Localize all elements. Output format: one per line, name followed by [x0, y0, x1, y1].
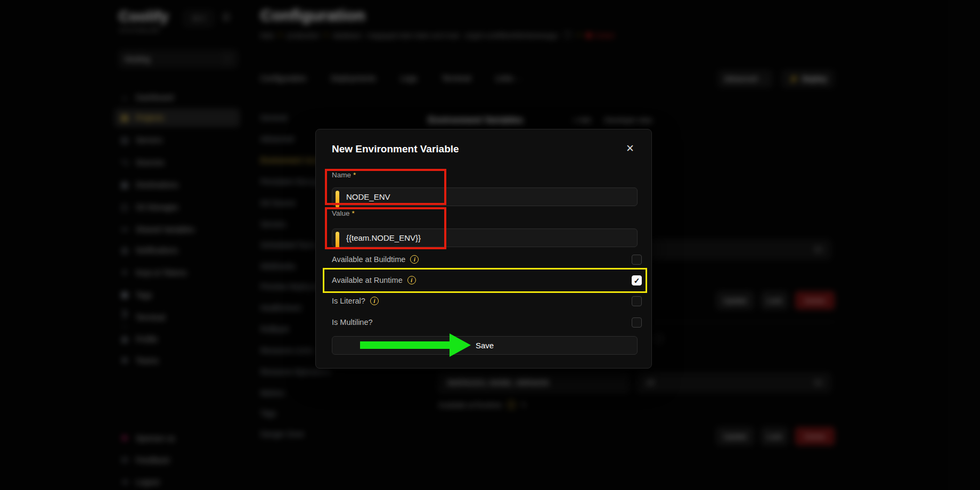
tab-label: Deployments	[331, 74, 376, 83]
deploy-button[interactable]: ⚡ Deploy	[782, 70, 834, 87]
sidebar-item-label: Sources	[136, 158, 164, 167]
config-nav-metrics[interactable]: Metrics	[260, 389, 356, 399]
sidebar-item-teams[interactable]: ❖Teams	[115, 352, 240, 370]
checkbox-label-is-literal-: Is Literal?i	[332, 297, 379, 305]
profile-icon: ◉	[120, 334, 129, 344]
page-title: Configuration	[260, 6, 365, 24]
breadcrumb-separator: >	[577, 31, 581, 39]
lock-state-icon	[654, 334, 663, 343]
env-value-input[interactable]	[637, 240, 831, 259]
sources-icon: ⌥	[120, 158, 129, 167]
breadcrumb-segment[interactable]: production	[287, 31, 320, 39]
add-variable-button[interactable]: + Add	[573, 116, 591, 124]
delete-button[interactable]: Delete	[795, 427, 835, 445]
sidebar-item-label: Terminal	[136, 313, 165, 322]
modal-title: New Environment Variable	[332, 143, 459, 155]
info-icon[interactable]: i	[410, 255, 419, 264]
sidebar-item-label: Profile	[136, 335, 158, 344]
checkbox-is-literal-[interactable]	[632, 296, 642, 306]
info-icon[interactable]: i	[370, 297, 379, 305]
update-button[interactable]: Update	[716, 291, 754, 309]
tab-terminal[interactable]: Terminal	[442, 74, 471, 83]
sidebar-item-destinations[interactable]: ▣Destinations	[115, 176, 240, 194]
tab-links[interactable]: Links⌄	[495, 74, 521, 83]
env-name-input[interactable]: NIXPACKS_NODE_VERSION	[438, 373, 629, 393]
sidebar-item-tags[interactable]: ⬟Tags	[115, 286, 240, 304]
value-field-value: {{team.NODE_ENV}}	[346, 233, 421, 242]
tab-label: Links	[495, 74, 513, 83]
lock-button[interactable]: Lock	[761, 427, 788, 445]
config-nav-resource-operations[interactable]: Resource Operations	[260, 368, 356, 378]
name-field[interactable]: NODE_ENV	[332, 187, 638, 206]
sidebar-item-feedback[interactable]: ✉Feedback	[115, 451, 240, 469]
config-nav-tags[interactable]: Tags	[260, 409, 356, 420]
tab-configuration[interactable]: Configuration	[260, 74, 306, 83]
advanced-dropdown[interactable]: Advanced ⌄	[718, 70, 772, 87]
checkbox-available-at-runtime[interactable]: ✓	[632, 275, 642, 285]
developer-view-button[interactable]: Developer view	[605, 116, 652, 124]
sidebar-item-s3-storages[interactable]: ◫S3 Storages	[115, 198, 240, 216]
update-button[interactable]: Update	[716, 427, 754, 445]
search-input[interactable]: Hosting /	[119, 50, 238, 68]
info-icon[interactable]: i	[507, 401, 516, 409]
sidebar-item-shared-variables[interactable]: ≔Shared Variables	[115, 220, 240, 239]
breadcrumb-segment[interactable]: beta	[260, 31, 274, 39]
edit-icon[interactable]: ✎	[521, 401, 527, 409]
sidebar-item-label: Destinations	[136, 181, 178, 189]
new-env-variable-modal: New Environment Variable ✕ Name* NODE_EN…	[315, 129, 652, 369]
sidebar-item-keys-tokens[interactable]: ✶Keys & Tokens	[115, 264, 240, 282]
save-button[interactable]: Save	[332, 336, 638, 355]
coolify-logo: Coolify	[119, 9, 169, 25]
sidebar-item-label: Sponsor us	[136, 434, 175, 443]
app-window: Coolify v4.0.0-beta.360 ⌘ K ☰ Hosting / …	[0, 0, 980, 490]
sidebar-item-sources[interactable]: ⌥Sources	[115, 153, 240, 172]
sidebar-item-sponsor-us[interactable]: ♥Sponsor us	[115, 429, 240, 447]
advanced-label: Advanced	[724, 75, 757, 83]
slash-shortcut-hint: /	[223, 54, 232, 64]
checkbox-is-multiline-[interactable]	[632, 317, 642, 328]
info-icon[interactable]: i	[407, 276, 416, 284]
env-badges: Available at Runtime i ✎	[438, 401, 527, 409]
name-label: Name*	[332, 171, 356, 179]
delete-button[interactable]: Delete	[795, 291, 835, 309]
config-nav-general[interactable]: General	[260, 113, 356, 124]
config-nav-danger-zone[interactable]: Danger Zone	[260, 430, 356, 440]
destinations-icon: ▣	[120, 180, 129, 190]
value-field[interactable]: {{team.NODE_ENV}}	[332, 228, 638, 247]
sidebar-item-dashboard[interactable]: ⌂Dashboard	[115, 88, 240, 107]
menu-icon[interactable]: ☰	[222, 12, 230, 23]
field-accent-bar	[336, 232, 339, 249]
dashboard-icon: ⌂	[120, 93, 129, 102]
tab-deployments[interactable]: Deployments	[331, 74, 376, 83]
tab-logs[interactable]: Logs	[401, 74, 417, 83]
runtime-badge-label: Available at Runtime	[438, 401, 502, 409]
name-field-value: NODE_ENV	[346, 192, 390, 201]
chevron-down-icon: ⌄	[517, 75, 521, 82]
lock-button[interactable]: Lock	[761, 291, 788, 309]
key-icon: ✶	[120, 268, 129, 277]
field-accent-bar	[336, 191, 339, 208]
sidebar-item-projects[interactable]: ▦Projects	[115, 109, 240, 127]
breadcrumb-segment[interactable]: database : mappyqd-lvder-bdev-arvl-mair …	[333, 31, 558, 39]
sidebar-item-label: Keys & Tokens	[136, 268, 187, 277]
sidebar-item-label: Servers	[136, 136, 162, 144]
reveal-value-icon[interactable]	[814, 380, 823, 386]
sidebar-item-label: Projects	[136, 113, 164, 122]
env-value-input[interactable]: 20	[637, 373, 831, 393]
lightning-icon: ⚡	[789, 75, 798, 83]
env-name-value: NIXPACKS_NODE_VERSION	[447, 378, 549, 387]
servers-icon: ▤	[120, 135, 129, 145]
sidebar-item-profile[interactable]: ◉Profile	[115, 330, 240, 348]
sidebar-item-terminal[interactable]: ❯_Terminal	[115, 308, 240, 326]
sidebar-item-notifications[interactable]: ◍Notifications	[115, 241, 240, 259]
reveal-value-icon[interactable]	[814, 247, 823, 252]
sidebar-item-logout[interactable]: ➜Logout	[115, 473, 240, 490]
heart-icon: ♥	[120, 432, 129, 444]
sidebar-item-servers[interactable]: ▤Servers	[115, 131, 240, 149]
close-icon[interactable]: ✕	[626, 142, 634, 154]
checkbox-available-at-buildtime[interactable]	[632, 255, 642, 265]
checkbox-label-is-multiline-: Is Multiline?	[332, 318, 373, 326]
help-hint: ?	[563, 31, 573, 39]
teams-icon: ❖	[120, 356, 129, 365]
env-variables-heading: Environment Variables	[428, 115, 523, 125]
